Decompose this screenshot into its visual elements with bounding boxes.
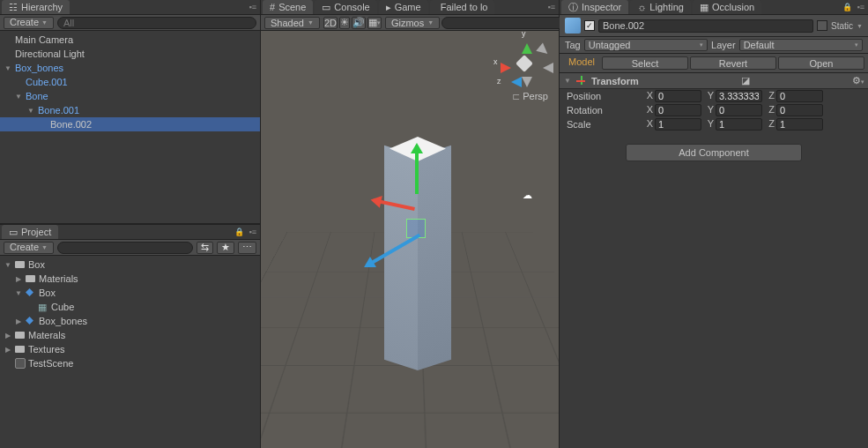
layer-dropdown[interactable]: Default▾ [739,39,863,51]
project-item[interactable]: ▼Box [0,286,260,300]
project-item[interactable]: Cube [0,300,260,314]
scale-label: Scale [567,119,641,130]
projection-label[interactable]: ⊏ Persp [512,91,548,102]
hierarchy-item[interactable]: ▼Bone.001 [0,103,260,117]
add-component-button[interactable]: Add Component [626,144,802,161]
orient-neg-cone[interactable] [538,63,553,73]
tab-project-label: Project [21,227,51,237]
transform-foldout[interactable]: ▼ [563,77,572,85]
help-icon[interactable]: ◪ [741,75,750,86]
lock-icon[interactable]: 🔒 [841,3,854,11]
gear-icon[interactable]: ⚙▾ [852,75,864,86]
light-gizmo-icon[interactable]: ☁ [523,190,532,201]
position-z-field[interactable] [776,90,823,102]
model-open-button[interactable]: Open [778,56,864,70]
foldout-arrow[interactable]: ▼ [14,93,23,101]
foldout-arrow[interactable]: ▶ [4,332,12,340]
foldout-arrow[interactable]: ▶ [14,317,23,325]
object-name-field[interactable] [598,19,813,33]
rotation-y-field[interactable] [716,104,762,116]
hierarchy-item[interactable]: ▼Bone [0,89,260,103]
fx-toggle-icon[interactable]: ▦▾ [367,17,382,29]
tab-icon: ▸ [386,2,391,13]
scene-search-input[interactable] [441,17,575,29]
tab-hierarchy[interactable]: ☷Hierarchy [2,0,70,14]
scene-viewport[interactable]: y x z ⊏ Persp ☁ [261,31,559,448]
project-item[interactable]: ▶Box_bones [0,314,260,328]
panel-menu-icon[interactable]: ▪≡ [248,228,258,236]
tab-icon: # [270,2,275,12]
scale-x-field[interactable] [655,118,701,131]
gizmos-dropdown[interactable]: Gizmos▼ [385,17,440,29]
model-revert-button[interactable]: Revert [690,56,776,70]
foldout-arrow[interactable]: ▶ [14,275,23,283]
panel-menu-icon[interactable]: ▪≡ [856,3,866,11]
rotation-z-field[interactable] [776,104,823,116]
foldout-arrow[interactable]: ▼ [26,107,35,115]
project-search-input[interactable] [57,242,193,254]
projection-text: Persp [523,91,548,101]
tab-scene-0[interactable]: #Scene [263,0,313,14]
static-dropdown-icon[interactable]: ▼ [857,23,863,29]
scale-y-field[interactable] [716,118,762,131]
folder-icon [26,273,36,284]
hierarchy-item[interactable]: Directional Light [0,47,260,61]
tab-inspector-2[interactable]: ▦Occlusion [693,0,761,14]
rotation-x-field[interactable] [655,104,701,116]
shading-dropdown[interactable]: Shaded▼ [264,17,320,29]
lighting-toggle-icon[interactable]: ☀ [339,17,350,29]
tab-label: Scene [278,2,306,12]
save-search-icon[interactable]: ⋯ [238,242,256,254]
position-y-field[interactable] [716,90,762,102]
favorite-icon[interactable]: ★ [217,242,234,254]
panel-menu-icon[interactable]: ▪≡ [248,3,258,11]
filter-icon[interactable]: ⇆ [197,242,213,254]
hierarchy-item-label: Box_bones [15,63,63,73]
hierarchy-create-button[interactable]: Create▼ [4,17,54,29]
audio-toggle-icon[interactable]: 🔊 [352,17,366,29]
project-item[interactable]: ▶Materials [0,272,260,286]
project-item[interactable]: ▶Textures [0,342,260,356]
transform-title: Transform [591,76,639,86]
scale-z-field[interactable] [776,118,823,131]
orient-x-cone[interactable] [501,63,516,73]
hierarchy-search-input[interactable] [57,17,256,29]
model-select-button[interactable]: Select [602,56,688,70]
orient-center[interactable] [516,55,533,72]
foldout-arrow[interactable]: ▶ [4,346,12,354]
tag-label: Tag [565,40,581,50]
mode-2d-toggle[interactable]: 2D [323,17,338,29]
orient-z-cone[interactable] [506,77,522,87]
active-checkbox[interactable]: ✓ [584,20,595,31]
static-checkbox[interactable] [817,20,827,31]
hierarchy-item[interactable]: Cube.001 [0,75,260,89]
tag-dropdown[interactable]: Untagged▾ [584,39,708,51]
foldout-arrow[interactable]: ▼ [4,64,12,72]
lock-icon[interactable]: 🔒 [233,228,246,236]
orient-neg-cone[interactable] [536,43,555,62]
project-tree[interactable]: ▼Box▶Materials▼BoxCube▶Box_bones▶Materal… [0,256,260,448]
hierarchy-item[interactable]: Bone.002 [0,117,260,131]
tab-scene-3[interactable]: Failed to lo [430,0,495,14]
project-item[interactable]: TestScene [0,356,260,370]
hierarchy-item[interactable]: ▼Box_bones [0,61,260,75]
orientation-gizmo[interactable]: y x z [499,38,550,89]
orient-y-cone[interactable] [522,38,532,54]
project-item[interactable]: ▼Box [0,258,260,272]
gameobject-icon[interactable] [565,18,581,34]
hierarchy-item-label: Bone [26,91,48,101]
tab-inspector-1[interactable]: ☼Lighting [630,0,691,14]
project-item[interactable]: ▶Materals [0,328,260,342]
position-x-field[interactable] [655,90,701,102]
tab-inspector-0[interactable]: ⓘInspector [561,0,628,14]
axis-y-handle[interactable] [415,146,419,194]
hierarchy-item[interactable]: Main Camera [0,33,260,47]
tab-scene-1[interactable]: ▭Console [315,0,376,14]
tab-project[interactable]: ▭Project [2,225,58,239]
panel-menu-icon[interactable]: ▪≡ [546,3,557,11]
foldout-arrow[interactable]: ▼ [4,261,12,269]
project-create-button[interactable]: Create▼ [4,242,54,254]
tab-scene-2[interactable]: ▸Game [379,0,428,14]
foldout-arrow[interactable]: ▼ [14,289,23,297]
hierarchy-tree[interactable]: Main CameraDirectional Light▼Box_bonesCu… [0,31,260,223]
